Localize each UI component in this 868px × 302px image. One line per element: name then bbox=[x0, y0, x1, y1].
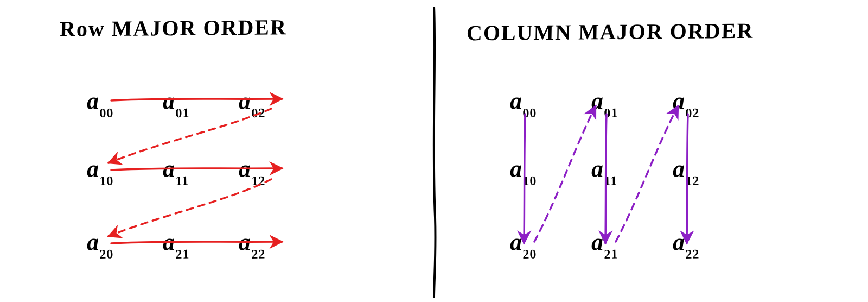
cell-R-11: a11 bbox=[591, 155, 618, 186]
cell-L-10: a10 bbox=[87, 155, 114, 186]
arrow-wrap-col1-to-col2 bbox=[616, 106, 678, 242]
cell-L-01: a01 bbox=[163, 87, 190, 118]
cell-L-12: a12 bbox=[239, 155, 266, 186]
diagram-overlay bbox=[0, 0, 868, 302]
cell-R-21: a21 bbox=[591, 228, 618, 259]
cell-L-21: a21 bbox=[163, 228, 190, 259]
cell-R-10: a10 bbox=[510, 155, 537, 186]
cell-L-20: a20 bbox=[87, 228, 114, 259]
cell-R-00: a00 bbox=[510, 87, 537, 118]
cell-L-22: a22 bbox=[239, 228, 266, 259]
cell-R-20: a20 bbox=[510, 228, 537, 259]
arrow-wrap-col0-to-col1 bbox=[534, 106, 596, 242]
cell-L-02: a02 bbox=[239, 87, 266, 118]
row-major-title: Row MAJOR ORDER bbox=[60, 14, 288, 42]
divider-line bbox=[434, 7, 436, 298]
cell-R-01: a01 bbox=[591, 87, 618, 118]
cell-R-12: a12 bbox=[673, 155, 700, 186]
column-major-title: COLUMN MAJOR ORDER bbox=[467, 18, 754, 46]
cell-L-11: a11 bbox=[163, 155, 189, 186]
cell-R-02: a02 bbox=[673, 87, 700, 118]
cell-L-00: a00 bbox=[87, 87, 114, 118]
cell-R-22: a22 bbox=[673, 228, 700, 259]
